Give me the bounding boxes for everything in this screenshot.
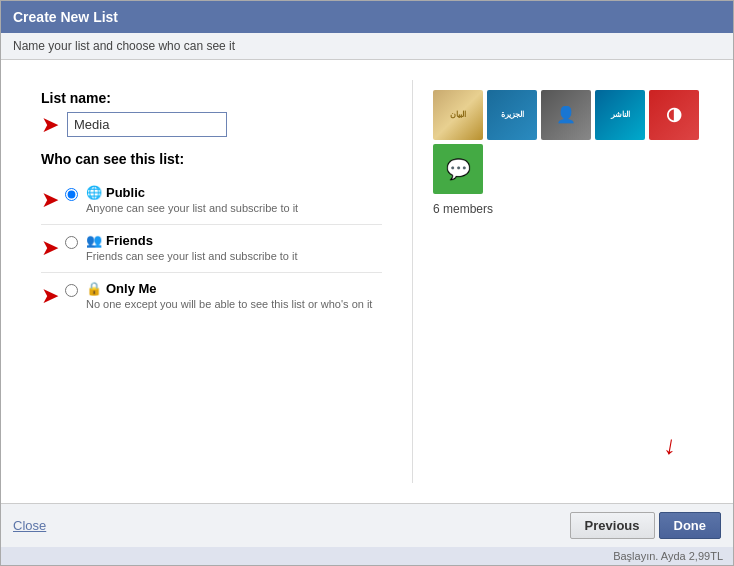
dialog-subtitle: Name your list and choose who can see it xyxy=(13,39,235,53)
footer-wrapper: ↓ Close Previous Done xyxy=(1,503,733,547)
visibility-options: ➤ 🌐 Public Anyone can see your list and … xyxy=(41,177,382,319)
members-grid: البيان الجزيرة 👤 الناشر ◑ 💬 xyxy=(433,90,713,194)
list-name-row: ➤ xyxy=(41,112,382,137)
close-link[interactable]: Close xyxy=(13,518,46,533)
friends-option-row: ➤ 👥 Friends Friends can see your list an… xyxy=(41,225,382,273)
dialog-header: Create New List xyxy=(1,1,733,33)
who-can-see-label: Who can see this list: xyxy=(41,151,382,167)
status-bar: Başlayın. Ayda 2,99TL xyxy=(1,547,733,565)
only-me-desc: No one except you will be able to see th… xyxy=(86,298,382,310)
public-icon: 🌐 xyxy=(86,185,102,200)
public-radio[interactable] xyxy=(65,188,78,201)
lock-icon: 🔒 xyxy=(86,281,102,296)
only-me-title: 🔒 Only Me xyxy=(86,281,382,296)
friends-arrow: ➤ xyxy=(41,233,59,264)
only-me-radio[interactable] xyxy=(65,284,78,297)
member-avatar-1: البيان xyxy=(433,90,483,140)
footer-left: Close xyxy=(13,518,46,533)
friends-title: 👥 Friends xyxy=(86,233,382,248)
footer-right: Previous Done xyxy=(570,512,721,539)
only-me-content: 🔒 Only Me No one except you will be able… xyxy=(86,281,382,310)
previous-button[interactable]: Previous xyxy=(570,512,655,539)
member-avatar-3: 👤 xyxy=(541,90,591,140)
status-text: Başlayın. Ayda 2,99TL xyxy=(613,550,723,562)
member-avatar-5: ◑ xyxy=(649,90,699,140)
member-avatar-6: 💬 xyxy=(433,144,483,194)
member-avatar-4: الناشر xyxy=(595,90,645,140)
list-name-label: List name: xyxy=(41,90,382,106)
dialog-subheader: Name your list and choose who can see it xyxy=(1,33,733,60)
only-me-arrow: ➤ xyxy=(41,281,59,312)
only-me-option-row: ➤ 🔒 Only Me No one except you will be ab… xyxy=(41,273,382,320)
friends-icon: 👥 xyxy=(86,233,102,248)
left-panel: List name: ➤ Who can see this list: ➤ 🌐 … xyxy=(1,80,413,483)
done-button[interactable]: Done xyxy=(659,512,722,539)
members-count: 6 members xyxy=(433,202,713,216)
friends-desc: Friends can see your list and subscribe … xyxy=(86,250,382,262)
public-arrow: ➤ xyxy=(41,185,59,216)
public-content: 🌐 Public Anyone can see your list and su… xyxy=(86,185,382,214)
right-panel: البيان الجزيرة 👤 الناشر ◑ 💬 6 member xyxy=(413,80,733,483)
public-option-row: ➤ 🌐 Public Anyone can see your list and … xyxy=(41,177,382,225)
create-list-dialog: Create New List Name your list and choos… xyxy=(0,0,734,566)
dialog-title: Create New List xyxy=(13,9,118,25)
list-name-input[interactable] xyxy=(67,112,227,137)
public-title: 🌐 Public xyxy=(86,185,382,200)
dialog-body: List name: ➤ Who can see this list: ➤ 🌐 … xyxy=(1,60,733,503)
member-avatar-2: الجزيرة xyxy=(487,90,537,140)
friends-radio[interactable] xyxy=(65,236,78,249)
friends-content: 👥 Friends Friends can see your list and … xyxy=(86,233,382,262)
dialog-footer: Close Previous Done xyxy=(1,503,733,547)
public-desc: Anyone can see your list and subscribe t… xyxy=(86,202,382,214)
list-name-arrow: ➤ xyxy=(41,114,59,136)
